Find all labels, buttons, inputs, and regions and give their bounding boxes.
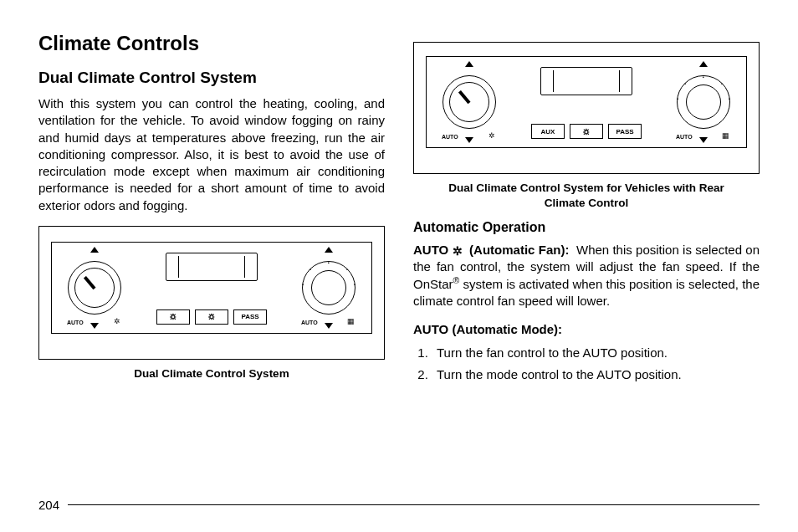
- auto-fan-paragraph: AUTO ✲ (Automatic Fan): When this positi…: [413, 242, 760, 309]
- arrow-up-icon: [699, 61, 708, 67]
- mode-dial: • • • • • AUTO ▦: [294, 248, 363, 327]
- recirc-b-button: ⛭: [195, 309, 228, 325]
- arrow-up-icon: [325, 247, 333, 253]
- auto-mode-steps: Turn the fan control to the AUTO positio…: [432, 343, 760, 384]
- arrow-down-icon: [699, 137, 708, 143]
- car-icon: ⛭: [207, 312, 216, 321]
- fan-icon: ✲: [114, 317, 120, 325]
- figure-2-caption: Dual Climate Control System for Vehicles…: [413, 181, 760, 210]
- page-number: 204: [38, 498, 59, 512]
- section-heading: Dual Climate Control System: [38, 69, 385, 87]
- defrost-icon: ▦: [722, 131, 729, 140]
- step-1: Turn the fan control to the AUTO positio…: [432, 343, 760, 362]
- intro-paragraph: With this system you can control the hea…: [38, 95, 385, 214]
- climate-panel-1: AUTO ✲ ⛭ ⛭ PASS: [51, 242, 372, 334]
- lcd-display: [166, 253, 258, 281]
- figure-2: AUTO ✲ AUX ⛭ PASS: [413, 42, 760, 174]
- recirc-a-button: ⛭: [156, 309, 190, 325]
- arrow-down-icon: [465, 137, 473, 143]
- center-display-stack: ⛭ ⛭ PASS: [129, 249, 294, 326]
- pass-button: PASS: [608, 124, 642, 139]
- arrow-up-icon: [465, 61, 473, 67]
- fan-icon: ✲: [489, 131, 495, 140]
- center-display-stack: AUX ⛭ PASS: [504, 64, 669, 141]
- pass-button: PASS: [233, 309, 267, 325]
- auto-mode-heading: AUTO (Automatic Mode):: [413, 321, 760, 338]
- arrow-up-icon: [90, 247, 99, 253]
- defrost-icon: ▦: [347, 317, 355, 325]
- fan-icon: ✲: [453, 245, 463, 257]
- right-column: AUTO ✲ AUX ⛭ PASS: [413, 32, 760, 386]
- mode-dial: • • • • • AUTO ▦: [669, 63, 738, 141]
- fan-dial: AUTO ✲: [60, 248, 129, 327]
- subsection-heading: Automatic Operation: [413, 220, 760, 235]
- page-title: Climate Controls: [38, 32, 385, 55]
- recirc-button: ⛭: [570, 124, 603, 139]
- climate-panel-2: AUTO ✲ AUX ⛭ PASS: [426, 56, 747, 148]
- fan-dial: AUTO ✲: [435, 63, 504, 141]
- lcd-display: [540, 67, 632, 95]
- car-icon: ⛭: [582, 127, 591, 136]
- left-column: Climate Controls Dual Climate Control Sy…: [38, 32, 385, 386]
- step-2: Turn the mode control to the AUTO positi…: [432, 365, 760, 384]
- aux-button: AUX: [531, 124, 565, 139]
- arrow-down-icon: [325, 323, 333, 329]
- figure-1: AUTO ✲ ⛭ ⛭ PASS: [38, 226, 385, 360]
- figure-1-caption: Dual Climate Control System: [38, 366, 385, 381]
- page-footer: 204: [38, 498, 760, 512]
- arrow-down-icon: [90, 323, 99, 329]
- footer-rule: [68, 504, 760, 506]
- car-icon: ⛭: [169, 312, 177, 321]
